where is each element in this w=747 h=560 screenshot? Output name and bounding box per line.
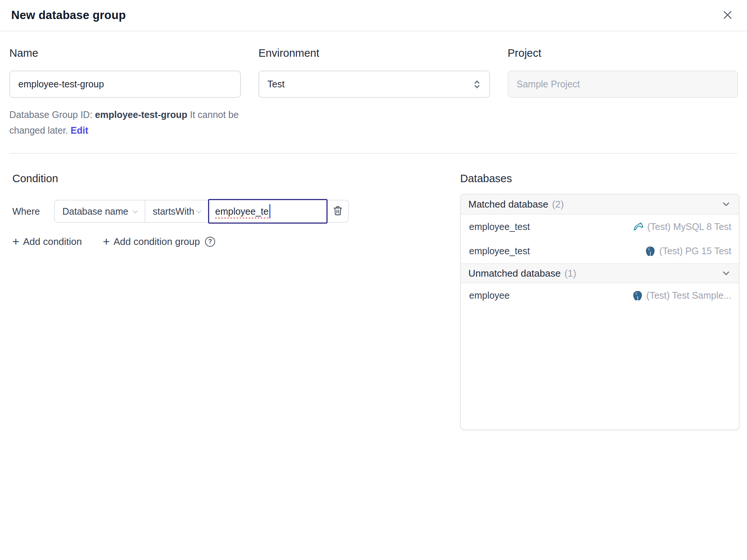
- add-condition-group-label: Add condition group: [114, 236, 200, 248]
- trash-icon: [332, 205, 343, 217]
- condition-section: Condition Where Database name startsWith: [10, 172, 460, 248]
- chevron-down-icon: [195, 207, 203, 215]
- database-row: employee_test (Test) PG 15 Test: [461, 239, 739, 263]
- environment-field-group: Environment Test: [258, 47, 490, 138]
- project-field-group: Project: [508, 47, 738, 138]
- database-name: employee_test: [469, 246, 530, 256]
- condition-field-value: Database name: [62, 206, 128, 217]
- text-cursor: [269, 204, 270, 218]
- instance-label: (Test) PG 15 Test: [659, 246, 731, 256]
- add-condition-label: Add condition: [23, 236, 82, 248]
- condition-operator-value: startsWith: [153, 206, 194, 217]
- condition-field-dropdown[interactable]: Database name: [55, 200, 145, 222]
- section-title: Unmatched database: [468, 268, 561, 279]
- add-condition-group-button[interactable]: + Add condition group ?: [103, 236, 215, 248]
- chevron-down-icon: [721, 199, 731, 209]
- databases-section: Databases Matched database (2) employee_…: [460, 172, 740, 430]
- close-icon: [721, 9, 734, 22]
- condition-group: Database name startsWith employee_te: [54, 200, 349, 223]
- name-label: Name: [9, 47, 241, 59]
- postgres-icon: [645, 246, 655, 256]
- environment-value: Test: [267, 79, 285, 90]
- section-count: (1): [564, 268, 576, 279]
- environment-select[interactable]: Test: [258, 71, 490, 98]
- instance-label: (Test) MySQL 8 Test: [647, 221, 731, 232]
- instance-info: (Test) Test Sample...: [632, 290, 731, 301]
- add-buttons-row: + Add condition + Add condition group ?: [12, 236, 460, 248]
- instance-info: (Test) PG 15 Test: [645, 246, 731, 256]
- mysql-icon: [633, 222, 644, 232]
- where-label: Where: [12, 206, 54, 217]
- plus-icon: +: [12, 236, 19, 248]
- new-database-group-dialog: New database group Name Database Group I…: [0, 0, 747, 560]
- condition-value-text: employee_te: [215, 206, 269, 217]
- edit-link[interactable]: Edit: [71, 125, 88, 136]
- condition-operator-dropdown[interactable]: startsWith: [145, 200, 208, 222]
- project-label: Project: [508, 47, 738, 59]
- plus-icon: +: [103, 236, 110, 248]
- project-input: [508, 71, 738, 98]
- hint-prefix: Database Group ID:: [9, 109, 95, 120]
- instance-info: (Test) MySQL 8 Test: [633, 221, 731, 232]
- database-name: employee_test: [469, 221, 530, 232]
- delete-condition-button[interactable]: [328, 200, 348, 222]
- chevron-down-icon: [131, 207, 139, 215]
- section-count: (2): [552, 199, 564, 210]
- name-input[interactable]: [9, 71, 241, 98]
- database-row: employee (Test) Test Sample...: [461, 283, 739, 308]
- section-title: Matched database: [468, 199, 548, 210]
- hint-group-id: employee-test-group: [95, 109, 187, 120]
- chevron-down-icon: [721, 268, 731, 279]
- database-name: employee: [469, 290, 509, 301]
- database-row: employee_test (Test) MySQL 8 Test: [461, 215, 739, 239]
- form-row: Name Database Group ID: employee-test-gr…: [0, 31, 747, 138]
- add-condition-button[interactable]: + Add condition: [12, 236, 82, 248]
- condition-row: Where Database name startsWith: [12, 200, 460, 223]
- environment-label: Environment: [258, 47, 490, 59]
- name-field-group: Name Database Group ID: employee-test-gr…: [9, 47, 241, 138]
- instance-label: (Test) Test Sample...: [647, 290, 731, 301]
- databases-panel: Matched database (2) employee_test (Test…: [460, 194, 740, 430]
- selector-up-down-icon: [471, 79, 483, 90]
- database-section-header[interactable]: Unmatched database (1): [461, 263, 739, 283]
- dialog-title: New database group: [11, 9, 126, 22]
- postgres-icon: [632, 290, 643, 301]
- group-id-hint: Database Group ID: employee-test-group I…: [9, 107, 241, 138]
- database-section-header[interactable]: Matched database (2): [461, 195, 739, 215]
- lower-section: Condition Where Database name startsWith: [0, 154, 747, 430]
- close-button[interactable]: [719, 7, 736, 24]
- dialog-header: New database group: [0, 0, 747, 31]
- help-icon: ?: [205, 237, 215, 247]
- condition-value-input[interactable]: employee_te: [208, 199, 328, 224]
- databases-heading: Databases: [460, 172, 740, 185]
- condition-heading: Condition: [12, 172, 460, 185]
